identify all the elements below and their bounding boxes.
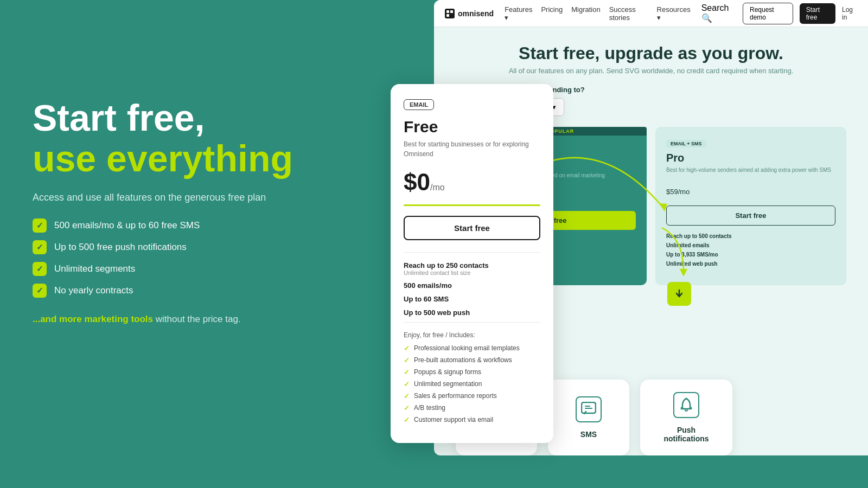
feature-text: Up to 500 free push notifications <box>54 242 187 253</box>
nav-search[interactable]: Search 🔍 <box>701 3 736 23</box>
left-section: Start free, use everything Access and us… <box>33 98 369 325</box>
check-mark: ✓ <box>404 404 410 412</box>
push-card-label: Pushnotifications <box>663 426 709 443</box>
free-desc: Best for starting businesses or for expl… <box>404 139 540 159</box>
check-icon <box>33 219 47 233</box>
headline-green: use everything <box>33 138 369 179</box>
front-pricing-card: EMAIL Free Best for starting businesses … <box>391 84 553 443</box>
list-item: Unlimited segments <box>33 262 369 276</box>
list-item: Up to 500 free push notifications <box>33 240 369 254</box>
include-text: Pre-built automations & workflows <box>414 356 512 364</box>
include-text: Customer support via email <box>414 416 493 423</box>
enjoy-title: Enjoy, for free / Includes: <box>404 331 540 339</box>
push-feature: Up to 500 web push <box>404 309 540 317</box>
card-divider <box>404 252 540 253</box>
logo-text: omnisend <box>458 9 494 18</box>
check-mark: ✓ <box>404 368 410 376</box>
free-price: $0/mo <box>404 169 540 196</box>
include-item: ✓ A/B testing <box>404 404 540 412</box>
subtitle: Access and use all features on the gener… <box>33 192 369 203</box>
feature-text: No yearly contracts <box>54 285 133 296</box>
include-item: ✓ Pre-built automations & workflows <box>404 356 540 364</box>
check-mark: ✓ <box>404 356 410 364</box>
svg-rect-2 <box>446 14 449 17</box>
nav-links: Features ▾ Pricing Migration Success sto… <box>505 5 691 22</box>
pro-plan-tag: EMAIL + SMS <box>666 140 706 147</box>
check-mark: ✓ <box>404 416 410 424</box>
reach-feature: Reach up to 250 contacts Unlimited conta… <box>404 261 540 276</box>
pro-features: Reach up to 500 contacts Unlimited email… <box>666 233 835 267</box>
check-mark: ✓ <box>404 344 410 352</box>
nav-right: Search 🔍 Request demo Start free Log in <box>701 3 857 24</box>
nav-start-free-button[interactable]: Start free <box>800 3 835 24</box>
pro-feature: Reach up to 500 contacts <box>666 233 835 239</box>
card-divider-2 <box>404 322 540 323</box>
include-text: Professional looking email templates <box>414 344 520 352</box>
include-item: ✓ Popups & signup forms <box>404 368 540 376</box>
feature-text: Unlimited segments <box>54 264 135 274</box>
nav-migration[interactable]: Migration <box>571 5 600 22</box>
download-arrow-button[interactable] <box>667 282 691 306</box>
price-underline <box>404 204 540 206</box>
sms-card-label: SMS <box>580 430 597 439</box>
check-icon <box>33 284 47 298</box>
more-tools-text: ...and more marketing tools without the … <box>33 314 369 325</box>
nav-success-stories[interactable]: Success stories <box>609 5 648 22</box>
logo-icon <box>445 9 455 18</box>
include-item: ✓ Customer support via email <box>404 416 540 424</box>
list-item: No yearly contracts <box>33 284 369 298</box>
free-title: Free <box>404 118 540 136</box>
include-item: ✓ Unlimited segmentation <box>404 380 540 388</box>
nav-features[interactable]: Features ▾ <box>505 5 532 22</box>
more-tools-suffix: without the price tag. <box>156 314 241 324</box>
login-button[interactable]: Log in <box>842 6 857 21</box>
sms-title: Up to 60 SMS <box>404 295 540 303</box>
svg-rect-0 <box>446 10 449 13</box>
reach-sub: Unlimited contact list size <box>404 269 540 276</box>
feature-text: 500 emails/mo & up to 60 free SMS <box>54 220 200 231</box>
sms-icon <box>576 396 602 422</box>
list-item: 500 emails/mo & up to 60 free SMS <box>33 219 369 233</box>
include-item: ✓ Sales & performance reports <box>404 392 540 400</box>
request-demo-button[interactable]: Request demo <box>743 3 793 24</box>
browser-nav: omnisend Features ▾ Pricing Migration Su… <box>434 0 868 27</box>
check-mark: ✓ <box>404 380 410 388</box>
pro-feature: Unlimited emails <box>666 242 835 248</box>
feature-list: 500 emails/mo & up to 60 free SMS Up to … <box>33 219 369 298</box>
nav-pricing[interactable]: Pricing <box>541 5 563 22</box>
email-badge: EMAIL <box>404 99 434 110</box>
page-heading: Start free, upgrade as you grow. <box>456 43 846 63</box>
pro-feature: Up to 3,933 SMS/mo <box>666 252 835 258</box>
emails-feature: 500 emails/mo <box>404 281 540 290</box>
nav-resources[interactable]: Resources ▾ <box>657 5 691 22</box>
page-subheading: All of our features on any plan. Send SV… <box>456 67 846 75</box>
pro-per-mo: /mo <box>678 188 690 196</box>
per-mo: /mo <box>430 183 445 192</box>
reach-title: Reach up to 250 contacts <box>404 261 540 269</box>
push-icon <box>673 392 699 418</box>
headline-white: Start free, <box>33 98 369 138</box>
check-icon <box>33 262 47 276</box>
svg-rect-1 <box>450 10 453 13</box>
sms-feature: Up to 60 SMS <box>404 295 540 303</box>
check-mark: ✓ <box>404 392 410 400</box>
include-item: ✓ Professional looking email templates <box>404 344 540 352</box>
push-icon-card: Pushnotifications <box>640 380 732 455</box>
include-text: Popups & signup forms <box>414 368 481 376</box>
start-free-button[interactable]: Start free <box>404 216 540 240</box>
include-text: Sales & performance reports <box>414 392 497 400</box>
sms-icon-card: SMS <box>548 380 629 455</box>
pro-plan-desc: Best for high-volume senders aimed at ad… <box>666 166 835 174</box>
push-title: Up to 500 web push <box>404 309 540 317</box>
svg-point-5 <box>686 398 687 400</box>
pro-plan-price: $59/mo <box>666 181 835 198</box>
pro-start-free-button[interactable]: Start free <box>666 206 835 226</box>
include-text: A/B testing <box>414 404 445 412</box>
check-icon <box>33 240 47 254</box>
pro-plan-name: Pro <box>666 152 835 164</box>
pro-feature: Unlimited web push <box>666 261 835 267</box>
more-tools-highlight: ...and more marketing tools <box>33 314 153 324</box>
nav-logo: omnisend <box>445 9 494 18</box>
pro-plan-card: EMAIL + SMS Pro Best for high-volume sen… <box>655 127 846 285</box>
emails-title: 500 emails/mo <box>404 281 540 290</box>
